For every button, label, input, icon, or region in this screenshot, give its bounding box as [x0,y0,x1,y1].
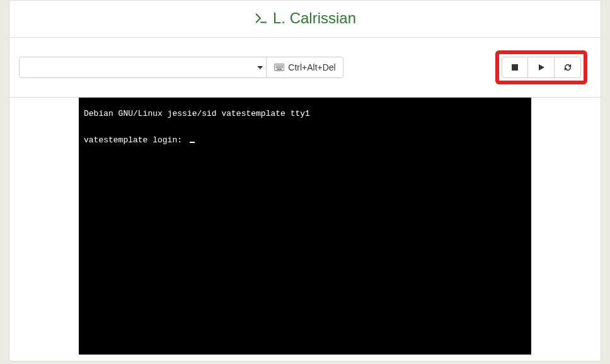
svg-rect-9 [280,67,282,68]
vm-console-panel: L. Calrissian Ctrl+Alt+Del [9,0,601,361]
restart-button[interactable] [555,57,581,78]
svg-rect-12 [512,64,518,71]
iso-group [19,57,295,78]
keyboard-icon [274,64,284,71]
toolbar-right [492,47,591,88]
iso-select[interactable] [19,57,271,78]
toolbar-center: Ctrl+Alt+Del [266,57,343,78]
svg-rect-3 [279,65,280,67]
cursor-icon [190,142,195,143]
power-controls-highlight [495,50,587,84]
toolbar: Ctrl+Alt+Del [9,38,601,98]
svg-rect-1 [276,65,277,67]
console-wrap: Debian GNU/Linux jessie/sid vatestemplat… [9,98,601,361]
svg-rect-11 [277,69,282,70]
svg-rect-6 [276,67,277,68]
stop-icon [511,64,519,71]
svg-rect-8 [279,67,280,68]
start-button[interactable] [528,57,555,78]
panel-heading: L. Calrissian [9,1,601,38]
ctrl-alt-del-label: Ctrl+Alt+Del [288,62,335,72]
svg-rect-7 [277,67,279,68]
ctrl-alt-del-button[interactable]: Ctrl+Alt+Del [266,57,343,78]
stop-button[interactable] [502,57,528,78]
power-button-group [502,57,581,78]
console-line-2: vatestemplate login: [84,135,187,145]
vm-title: L. Calrissian [254,9,356,27]
play-icon [538,64,545,71]
refresh-icon [563,63,572,72]
svg-rect-5 [282,65,283,67]
vm-console[interactable]: Debian GNU/Linux jessie/sid vatestemplat… [79,98,531,355]
svg-rect-2 [277,65,279,67]
svg-rect-10 [282,67,283,68]
terminal-icon [254,11,268,25]
vm-title-text: L. Calrissian [273,9,356,27]
console-line-1: Debian GNU/Linux jessie/sid vatestemplat… [84,109,310,118]
svg-rect-4 [280,65,282,67]
